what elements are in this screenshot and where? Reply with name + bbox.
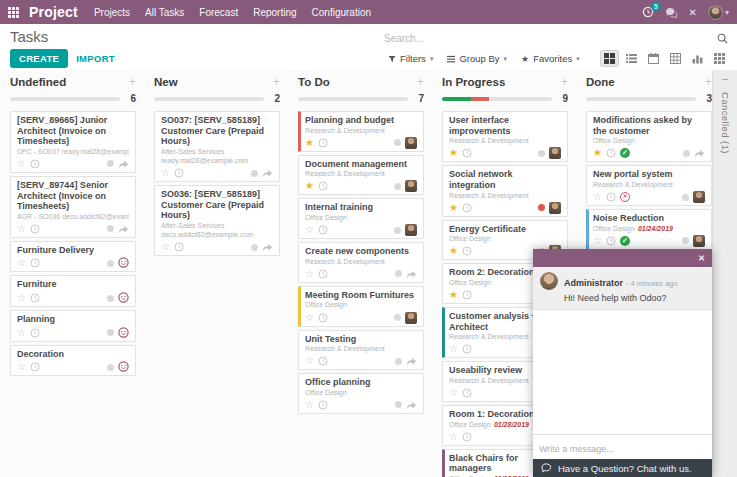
kanban-card[interactable]: [SERV_89665] Junior Architect (Invoice o…: [10, 111, 136, 173]
kanban-state-done-icon[interactable]: ✓: [620, 236, 630, 246]
card-activity-clock-icon[interactable]: [30, 324, 40, 342]
kanban-card[interactable]: Office planningOffice Design☆: [298, 373, 424, 414]
card-activity-clock-icon[interactable]: [606, 144, 616, 162]
activity-view-button[interactable]: [710, 50, 729, 67]
card-activity-clock-icon[interactable]: [606, 232, 616, 250]
kanban-card[interactable]: [SERV_89744] Senior Architect (Invoice o…: [10, 176, 136, 238]
menu-item-forecast[interactable]: Forecast: [199, 7, 238, 18]
card-activity-clock-icon[interactable]: [462, 144, 472, 162]
column-quick-add-icon[interactable]: +: [129, 77, 136, 87]
card-priority-star-icon[interactable]: ☆: [17, 224, 26, 234]
card-priority-star-icon[interactable]: ★: [449, 148, 458, 158]
card-priority-star-icon[interactable]: ☆: [17, 159, 26, 169]
card-priority-star-icon[interactable]: ★: [449, 203, 458, 213]
kanban-card[interactable]: User interface improvementsResearch & De…: [442, 111, 568, 162]
menu-item-reporting[interactable]: Reporting: [253, 7, 296, 18]
card-priority-star-icon[interactable]: ☆: [17, 293, 26, 303]
card-priority-star-icon[interactable]: ☆: [17, 362, 26, 372]
card-activity-clock-icon[interactable]: [462, 384, 472, 402]
favorites-dropdown[interactable]: ★ Favorites ▾: [521, 53, 580, 64]
card-activity-clock-icon[interactable]: [318, 396, 328, 414]
search-input[interactable]: [384, 30, 729, 46]
kanban-card[interactable]: Create new componentsResearch & Developm…: [298, 242, 424, 283]
activity-clock-icon[interactable]: 5: [642, 6, 654, 18]
card-activity-clock-icon[interactable]: [174, 164, 184, 182]
card-activity-clock-icon[interactable]: [30, 254, 40, 272]
card-activity-clock-icon[interactable]: [318, 134, 328, 152]
kanban-card[interactable]: Meeting Room FurnituresOffice Design☆: [298, 286, 424, 327]
kanban-card[interactable]: SO036: [SERV_585189] Customer Care (Prep…: [154, 185, 280, 256]
kanban-card[interactable]: Internal trainingOffice Design☆: [298, 198, 424, 239]
card-priority-star-icon[interactable]: ☆: [449, 388, 458, 398]
apps-grid-icon[interactable]: [8, 7, 19, 18]
card-priority-star-icon[interactable]: ☆: [17, 328, 26, 338]
card-priority-star-icon[interactable]: ☆: [593, 236, 602, 246]
card-activity-clock-icon[interactable]: [462, 428, 472, 446]
folded-column-cancelled[interactable]: – Cancelled (1): [712, 70, 737, 477]
card-priority-star-icon[interactable]: ★: [449, 290, 458, 300]
card-activity-clock-icon[interactable]: [318, 265, 328, 283]
card-activity-clock-icon[interactable]: [462, 242, 472, 260]
card-activity-clock-icon[interactable]: [462, 199, 472, 217]
kanban-card[interactable]: Planning☆: [10, 310, 136, 342]
card-activity-clock-icon[interactable]: [318, 352, 328, 370]
group-by-dropdown[interactable]: Group By ▾: [447, 53, 507, 64]
kanban-card[interactable]: Noise ReductionOffice Design01/24/2019☆✓: [586, 209, 712, 250]
card-priority-star-icon[interactable]: ★: [593, 148, 602, 158]
card-priority-star-icon[interactable]: ☆: [305, 400, 314, 410]
card-activity-clock-icon[interactable]: [30, 155, 40, 173]
import-button[interactable]: IMPORT: [76, 53, 115, 64]
card-activity-clock-icon[interactable]: [462, 286, 472, 304]
card-priority-star-icon[interactable]: ☆: [449, 432, 458, 442]
card-priority-star-icon[interactable]: ☆: [449, 344, 458, 354]
card-priority-star-icon[interactable]: ★: [305, 181, 314, 191]
card-priority-star-icon[interactable]: ☆: [161, 168, 170, 178]
card-priority-star-icon[interactable]: ☆: [305, 225, 314, 235]
graph-view-button[interactable]: [688, 50, 707, 67]
menu-item-projects[interactable]: Projects: [94, 7, 130, 18]
kanban-card[interactable]: Modifications asked by the customerOffic…: [586, 111, 712, 162]
messages-icon[interactable]: [665, 7, 678, 18]
card-priority-star-icon[interactable]: ☆: [305, 313, 314, 323]
card-priority-star-icon[interactable]: ☆: [593, 192, 602, 202]
card-activity-clock-icon[interactable]: [174, 238, 184, 256]
card-activity-clock-icon[interactable]: [462, 340, 472, 358]
kanban-card[interactable]: Social network integrationResearch & Dev…: [442, 165, 568, 216]
card-activity-clock-icon[interactable]: [30, 358, 40, 376]
kanban-card[interactable]: Furniture☆: [10, 275, 136, 307]
menu-item-all-tasks[interactable]: All Tasks: [145, 7, 184, 18]
column-quick-add-icon[interactable]: +: [273, 77, 280, 87]
card-priority-star-icon[interactable]: ☆: [161, 242, 170, 252]
menu-item-configuration[interactable]: Configuration: [312, 7, 371, 18]
kanban-card[interactable]: Decoration☆: [10, 345, 136, 377]
card-activity-clock-icon[interactable]: [30, 289, 40, 307]
kanban-state-done-icon[interactable]: ✓: [620, 148, 630, 158]
close-icon[interactable]: ✕: [689, 7, 697, 18]
search-icon[interactable]: [717, 30, 728, 48]
calendar-view-button[interactable]: [644, 50, 663, 67]
kanban-card[interactable]: Unit TestingResearch & Development☆: [298, 330, 424, 371]
column-quick-add-icon[interactable]: +: [705, 77, 712, 87]
livechat-button[interactable]: Have a Question? Chat with us.: [533, 459, 712, 477]
card-priority-star-icon[interactable]: ☆: [305, 269, 314, 279]
column-quick-add-icon[interactable]: +: [417, 77, 424, 87]
kanban-card[interactable]: Planning and budgetResearch & Developmen…: [298, 111, 424, 152]
card-priority-star-icon[interactable]: ☆: [305, 356, 314, 366]
card-priority-star-icon[interactable]: ★: [449, 246, 458, 256]
kanban-card[interactable]: Furniture Delivery☆: [10, 241, 136, 273]
card-priority-star-icon[interactable]: ☆: [17, 258, 26, 268]
card-priority-star-icon[interactable]: ★: [305, 138, 314, 148]
kanban-state-blocked-icon[interactable]: ✕: [620, 192, 630, 202]
card-activity-clock-icon[interactable]: [318, 177, 328, 195]
kanban-card[interactable]: Document managementResearch & Developmen…: [298, 155, 424, 196]
user-menu[interactable]: ▾: [708, 5, 729, 20]
create-button[interactable]: CREATE: [10, 49, 68, 68]
chat-message-input[interactable]: [539, 444, 706, 454]
chat-close-icon[interactable]: ✕: [698, 253, 705, 263]
card-activity-clock-icon[interactable]: [318, 221, 328, 239]
card-activity-clock-icon[interactable]: [606, 188, 616, 206]
list-view-button[interactable]: [622, 50, 641, 67]
card-activity-clock-icon[interactable]: [318, 309, 328, 327]
kanban-card[interactable]: SO037: [SERV_585189] Customer Care (Prep…: [154, 111, 280, 182]
kanban-view-button[interactable]: [600, 50, 619, 67]
